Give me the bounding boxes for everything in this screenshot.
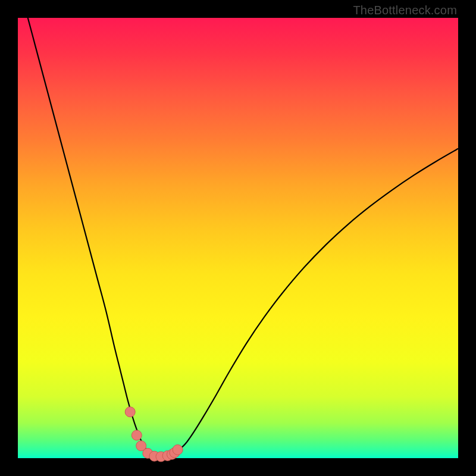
marker-group bbox=[125, 407, 183, 462]
data-marker bbox=[131, 430, 142, 440]
chart-svg bbox=[18, 18, 458, 458]
bottleneck-curve bbox=[18, 0, 458, 457]
data-marker bbox=[173, 444, 183, 455]
watermark-text: TheBottleneck.com bbox=[353, 4, 457, 17]
chart-frame: TheBottleneck.com bbox=[0, 0, 476, 476]
data-marker bbox=[125, 407, 135, 417]
